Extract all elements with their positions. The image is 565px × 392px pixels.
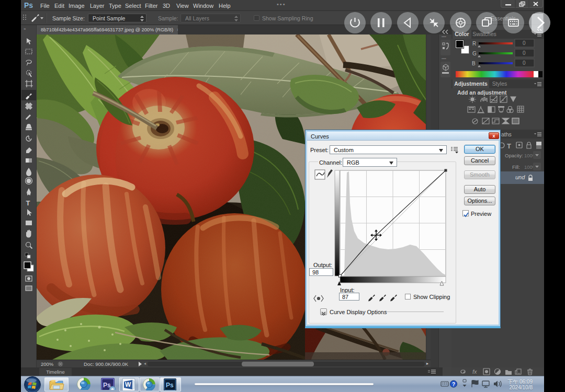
svg-text:B: B — [472, 61, 476, 66]
svg-text:R: R — [472, 41, 476, 47]
svg-text:0: 0 — [523, 60, 526, 66]
svg-text:0: 0 — [523, 50, 526, 56]
svg-text:fx: fx — [472, 368, 477, 375]
svg-text:T: T — [26, 199, 30, 207]
svg-text:T: T — [507, 142, 511, 150]
svg-text:▪▪▪▪: ▪▪▪▪ — [442, 35, 446, 38]
svg-text:▪▪▪▪: ▪▪▪▪ — [442, 57, 446, 60]
svg-text:G: G — [472, 51, 477, 56]
svg-text:?: ? — [452, 382, 455, 387]
svg-text:Ps: Ps — [166, 382, 174, 389]
svg-text:0: 0 — [523, 40, 526, 46]
svg-text:W: W — [125, 381, 131, 388]
svg-text:»: » — [24, 27, 26, 31]
